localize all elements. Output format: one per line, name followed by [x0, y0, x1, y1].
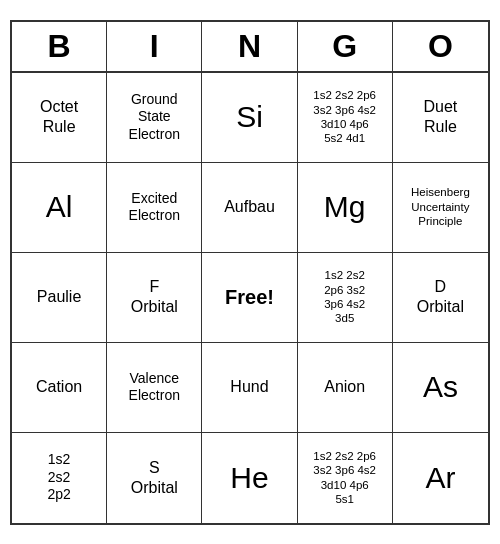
bingo-cell: Paulie [12, 253, 107, 343]
bingo-card: BINGO Octet RuleGround State ElectronSi1… [10, 20, 490, 525]
header-letter: I [107, 22, 202, 71]
bingo-cell: Anion [298, 343, 393, 433]
bingo-cell: Heisenberg Uncertainty Principle [393, 163, 488, 253]
bingo-cell: Aufbau [202, 163, 297, 253]
bingo-cell: S Orbital [107, 433, 202, 523]
bingo-cell: Mg [298, 163, 393, 253]
bingo-cell: Free! [202, 253, 297, 343]
bingo-cell: F Orbital [107, 253, 202, 343]
bingo-cell: Duet Rule [393, 73, 488, 163]
bingo-header: BINGO [12, 22, 488, 73]
bingo-cell: As [393, 343, 488, 433]
header-letter: O [393, 22, 488, 71]
bingo-cell: 1s2 2s2 2p6 3s2 3p6 4s2 3d10 4p6 5s2 4d1 [298, 73, 393, 163]
bingo-cell: Si [202, 73, 297, 163]
bingo-cell: 1s2 2s2 2p6 3s2 3p6 4s2 3d5 [298, 253, 393, 343]
bingo-cell: Hund [202, 343, 297, 433]
bingo-cell: Ground State Electron [107, 73, 202, 163]
bingo-cell: Excited Electron [107, 163, 202, 253]
bingo-cell: Octet Rule [12, 73, 107, 163]
bingo-cell: Al [12, 163, 107, 253]
bingo-cell: 1s2 2s2 2p6 3s2 3p6 4s2 3d10 4p6 5s1 [298, 433, 393, 523]
bingo-cell: He [202, 433, 297, 523]
bingo-cell: Ar [393, 433, 488, 523]
header-letter: N [202, 22, 297, 71]
bingo-cell: D Orbital [393, 253, 488, 343]
bingo-cell: Valence Electron [107, 343, 202, 433]
header-letter: G [298, 22, 393, 71]
bingo-cell: Cation [12, 343, 107, 433]
header-letter: B [12, 22, 107, 71]
bingo-grid: Octet RuleGround State ElectronSi1s2 2s2… [12, 73, 488, 523]
bingo-cell: 1s2 2s2 2p2 [12, 433, 107, 523]
